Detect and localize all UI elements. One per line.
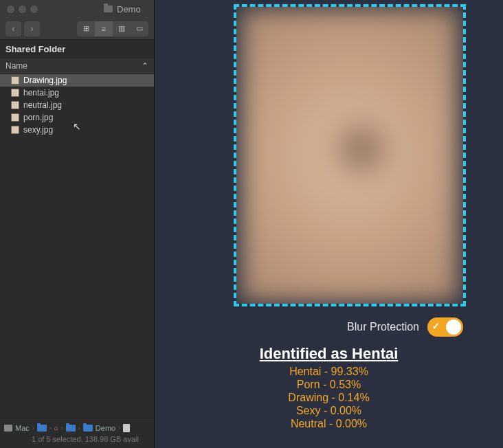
icon-view-button[interactable]: ⊞ xyxy=(77,21,95,36)
file-row[interactable]: sexy.jpg xyxy=(0,124,154,136)
file-browser: Demo ‹ › ⊞ ≡ ▥ ▭ Shared Folder Name ⌃ Dr… xyxy=(0,0,155,448)
gallery-view-button[interactable]: ▭ xyxy=(131,21,148,36)
close-window-icon[interactable] xyxy=(7,5,14,13)
column-header[interactable]: Name ⌃ xyxy=(0,58,154,74)
image-file-icon xyxy=(11,126,19,134)
score-line: Porn - 0.53% xyxy=(297,379,361,391)
folder-icon xyxy=(37,425,47,432)
folder-icon xyxy=(66,425,76,432)
home-icon: ⌂ xyxy=(54,424,58,432)
window-title-label: Demo xyxy=(117,4,141,14)
list-view-button[interactable]: ≡ xyxy=(95,21,113,36)
folder-icon xyxy=(104,5,113,12)
forward-button[interactable]: › xyxy=(24,21,40,36)
chevron-right-icon: › xyxy=(78,425,80,432)
image-file-icon xyxy=(11,89,19,97)
chevron-right-icon: › xyxy=(118,425,120,432)
blur-protection-toggle[interactable]: ✓ xyxy=(427,317,463,337)
classification-panel: Blur Protection ✓ Identified as Hentai H… xyxy=(155,0,503,448)
sort-indicator-icon: ⌃ xyxy=(142,61,148,71)
file-name-label: hentai.jpg xyxy=(23,88,59,98)
file-name-label: neutral.jpg xyxy=(23,100,62,110)
blurred-preview-image xyxy=(241,8,459,302)
image-file-icon xyxy=(11,101,19,109)
score-line: Sexy - 0.00% xyxy=(296,405,361,417)
blur-control-row: Blur Protection ✓ xyxy=(155,317,503,337)
toggle-knob xyxy=(446,320,461,335)
status-bar: Mac › › ⌂ › › Demo › 1 of 5 selected, 13… xyxy=(0,418,154,448)
image-file-icon xyxy=(11,113,19,122)
minimize-window-icon[interactable] xyxy=(19,5,26,13)
folder-icon xyxy=(83,425,93,432)
path-segment: Demo xyxy=(96,424,115,432)
file-name-label: Drawing.jpg xyxy=(23,76,67,85)
file-row[interactable]: neutral.jpg xyxy=(0,99,154,111)
toolbar: ‹ › ⊞ ≡ ▥ ▭ xyxy=(0,18,154,40)
disk-icon xyxy=(4,425,12,432)
document-icon xyxy=(123,424,130,432)
column-view-button[interactable]: ▥ xyxy=(113,21,131,36)
fullscreen-window-icon[interactable] xyxy=(30,5,38,13)
titlebar: Demo xyxy=(0,0,154,18)
file-row[interactable]: porn.jpg xyxy=(0,111,154,124)
file-name-label: sexy.jpg xyxy=(23,125,53,135)
chevron-right-icon: › xyxy=(49,425,52,432)
file-row[interactable]: Drawing.jpg xyxy=(0,74,154,87)
score-list: Hentai - 99.33%Porn - 0.53%Drawing - 0.1… xyxy=(155,366,503,430)
score-line: Drawing - 0.14% xyxy=(288,392,369,404)
section-header: Shared Folder xyxy=(0,40,154,58)
column-name-label: Name xyxy=(5,61,27,71)
score-line: Hentai - 99.33% xyxy=(289,366,368,378)
score-line: Neutral - 0.00% xyxy=(291,418,367,430)
path-segment: Mac xyxy=(15,424,30,432)
file-list: Drawing.jpghentai.jpgneutral.jpgporn.jpg… xyxy=(0,74,154,136)
image-dropzone[interactable] xyxy=(234,4,466,306)
chevron-right-icon: › xyxy=(61,425,63,432)
path-bar[interactable]: Mac › › ⌂ › › Demo › xyxy=(0,423,154,434)
view-mode-segment: ⊞ ≡ ▥ ▭ xyxy=(77,21,148,36)
window-title: Demo xyxy=(104,4,141,14)
blur-protection-label: Blur Protection xyxy=(347,321,419,333)
classification-title: Identified as Hentai xyxy=(155,345,503,363)
back-button[interactable]: ‹ xyxy=(5,21,21,36)
status-text: 1 of 5 selected, 138.98 GB avail xyxy=(0,434,154,445)
file-row[interactable]: hentai.jpg xyxy=(0,87,154,99)
chevron-right-icon: › xyxy=(32,425,34,432)
check-icon: ✓ xyxy=(432,321,440,331)
file-name-label: porn.jpg xyxy=(23,113,53,122)
image-file-icon xyxy=(11,76,19,85)
